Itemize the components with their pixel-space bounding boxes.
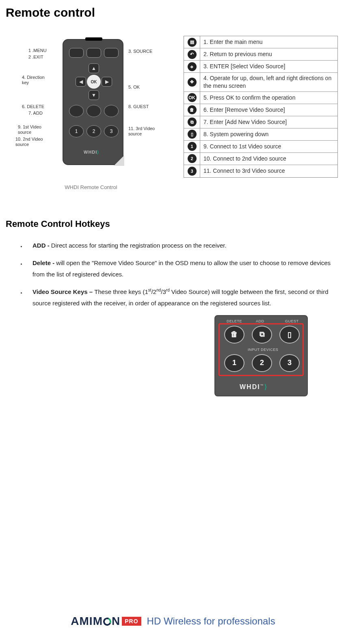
- source-1-button: 1: [69, 125, 84, 137]
- closeup-label-add: ADD: [256, 319, 264, 323]
- brand-text-2: N: [112, 615, 120, 628]
- remote-caption: WHDI Remote Control: [6, 184, 176, 190]
- direction-pad: ▲ ▼ ◀ ▶ OK: [76, 63, 112, 100]
- brand-o-icon: [103, 615, 112, 628]
- fn-icon-cell: ▯: [184, 128, 200, 140]
- arrow-up-icon: ▲: [89, 63, 99, 73]
- fn-text: 2. Return to previous menu: [200, 49, 337, 60]
- source-button: [104, 48, 119, 58]
- fn-icon-cell: ⧉: [184, 116, 200, 128]
- add-button: [86, 105, 101, 117]
- sup-2nd: nd: [156, 288, 161, 292]
- fn-icon: 2: [188, 154, 197, 163]
- hotkey-vsk-label: Video Source Keys –: [32, 288, 94, 295]
- fn-icon-cell: 3: [184, 165, 200, 177]
- fn-icon: 1: [188, 142, 197, 151]
- brand-text-1: AMIM: [71, 615, 103, 628]
- callout-direction: 4. Direction key: [22, 75, 50, 85]
- hotkey-vsk: Video Source Keys – These three keys (1s…: [26, 286, 340, 309]
- menu-button: [69, 48, 84, 58]
- closeup-label-delete: DELETE: [227, 319, 242, 323]
- hotkey-delete: Delete - will open the "Remove Video Sou…: [26, 257, 340, 281]
- closeup-logo: WHDI™⟩: [240, 383, 268, 391]
- fn-text: 1. Enter the main menu: [200, 37, 337, 48]
- callout-delete: 6. DELETE: [22, 104, 44, 109]
- fn-text: 9. Connect to 1st Video source: [200, 141, 337, 152]
- arrow-left-icon: ◀: [76, 77, 86, 87]
- callout-vs3: 11. 3rd Video source: [128, 126, 161, 137]
- source-3-button: 3: [104, 125, 119, 137]
- fn-row: 210. Connect to 2nd Video source: [184, 153, 337, 165]
- callout-add: 7. ADD: [28, 111, 43, 116]
- fn-text: 10. Connect to 2nd Video source: [200, 153, 337, 164]
- callout-exit: 2 .EXIT: [28, 54, 43, 60]
- brand-logo: AMIMN PRO: [71, 615, 141, 628]
- fn-row: ✥4. Operate for up, down, left and right…: [184, 73, 337, 92]
- fn-icon: ▯: [188, 130, 197, 139]
- fn-row: 311. Connect to 3rd Video source: [184, 165, 337, 177]
- fn-row: ⧉7. Enter [Add New Video Source]: [184, 116, 337, 128]
- ok-button: OK: [87, 75, 101, 89]
- fn-row: 19. Connect to 1st Video source: [184, 141, 337, 153]
- hotkeys-heading: Remote Control Hotkeys: [6, 219, 340, 229]
- remote-logo: WHDI⟩: [84, 150, 99, 155]
- fn-row: 🗑6. Enter [Remove Video Source]: [184, 104, 337, 116]
- fn-icon-cell: 🗑: [184, 104, 200, 116]
- source-2-button: 2: [86, 125, 101, 137]
- arrow-right-icon: ▶: [102, 77, 112, 87]
- fn-icon-cell: 1: [184, 141, 200, 152]
- remote-corner-icon: [114, 155, 124, 166]
- hotkey-vsk-text-a: These three keys (1: [94, 288, 148, 295]
- fn-icon: ▤: [188, 38, 197, 47]
- diagram-section: ▲ ▼ ◀ ▶ OK 1 2 3 WHDI⟩ 1 .MENU 2 .EXIT 4…: [6, 36, 340, 190]
- fn-icon: ✥: [188, 78, 197, 87]
- closeup-section: DELETE ADD GUEST 🗑 ⧉ ▯ INPUT DEVICES 1 2…: [6, 315, 340, 396]
- fn-icon: ⧉: [188, 117, 197, 126]
- hotkey-add-text: Direct access for starting the registrat…: [51, 242, 227, 249]
- remote-diagram: ▲ ▼ ◀ ▶ OK 1 2 3 WHDI⟩ 1 .MENU 2 .EXIT 4…: [6, 36, 176, 190]
- fn-icon: OK: [188, 93, 197, 102]
- delete-button: [69, 105, 84, 117]
- fn-text: 4. Operate for up, down, left and right …: [200, 73, 337, 91]
- fn-text: 8. System powering down: [200, 129, 337, 140]
- callout-vs2: 10. 2nd Video source: [15, 137, 48, 147]
- callout-menu: 1 .MENU: [28, 48, 47, 53]
- hotkey-delete-text: will open the "Remove Video Source" in t…: [32, 259, 331, 278]
- fn-icon: 3: [188, 167, 197, 176]
- page-title: Remote control: [6, 6, 340, 20]
- fn-icon: 🗑: [188, 105, 197, 114]
- fn-icon-cell: ✥: [184, 73, 200, 91]
- fn-text: 7. Enter [Add New Video Source]: [200, 117, 337, 128]
- fn-icon-cell: ▤: [184, 36, 200, 48]
- fn-text: 3. ENTER [Select Video Source]: [200, 61, 337, 72]
- fn-row: ▤1. Enter the main menu: [184, 36, 337, 48]
- hotkey-delete-label: Delete -: [32, 259, 56, 266]
- exit-button: [86, 48, 101, 58]
- ir-window-icon: [85, 37, 102, 41]
- closeup-remote: DELETE ADD GUEST 🗑 ⧉ ▯ INPUT DEVICES 1 2…: [214, 315, 308, 396]
- hotkeys-list: ADD - Direct access for starting the reg…: [6, 240, 340, 309]
- guest-button: [104, 105, 119, 117]
- hotkey-add: ADD - Direct access for starting the reg…: [26, 240, 340, 252]
- fn-icon-cell: ↶: [184, 48, 200, 60]
- fn-icon: ⎆: [188, 62, 197, 71]
- fn-row: ↶2. Return to previous menu: [184, 48, 337, 61]
- fn-text: 11. Connect to 3rd Video source: [200, 165, 337, 176]
- hotkey-add-label: ADD -: [32, 242, 51, 249]
- fn-row: ⎆3. ENTER [Select Video Source]: [184, 61, 337, 73]
- fn-row: ▯8. System powering down: [184, 128, 337, 141]
- fn-text: 5. Press OK to confirm the operation: [200, 92, 337, 103]
- callout-source: 3. SOURCE: [128, 49, 152, 54]
- function-table: ▤1. Enter the main menu↶2. Return to pre…: [184, 36, 338, 178]
- hotkey-vsk-text-b: /2: [151, 288, 157, 295]
- fn-icon-cell: ⎆: [184, 61, 200, 72]
- closeup-label-guest: GUEST: [285, 319, 299, 323]
- callout-vs1: 9. 1st Video source: [18, 124, 50, 135]
- arrow-down-icon: ▼: [89, 90, 99, 100]
- sup-3rd: rd: [166, 288, 170, 292]
- fn-icon-cell: OK: [184, 92, 200, 104]
- fn-row: OK5. Press OK to confirm the operation: [184, 92, 337, 104]
- callout-ok: 5. OK: [128, 85, 140, 90]
- hotkey-vsk-text-c: /3: [161, 288, 166, 295]
- pro-badge: PRO: [122, 617, 141, 626]
